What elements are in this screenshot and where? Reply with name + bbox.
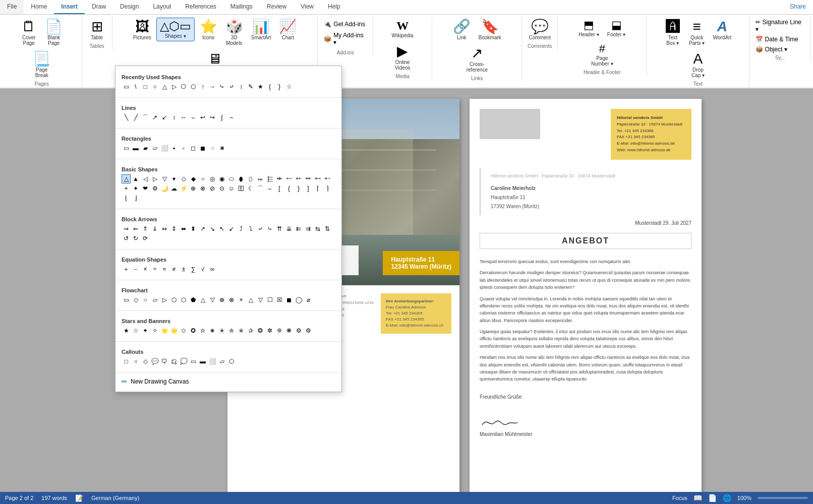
shape-item[interactable]: ☐ xyxy=(265,295,274,304)
shape-item[interactable]: ⬡ xyxy=(189,82,198,91)
shape-item[interactable]: 🗨 xyxy=(160,357,169,366)
shape-item[interactable]: ✪ xyxy=(189,326,198,335)
comment-button[interactable]: 💬 Comment xyxy=(526,18,554,42)
shape-item[interactable]: ○ xyxy=(141,295,150,304)
shape-item[interactable]: ▫ xyxy=(179,144,188,153)
shape-item[interactable]: ⬯ xyxy=(246,174,255,183)
smartart-button[interactable]: 📊 SmartArt xyxy=(248,18,274,42)
shape-item[interactable]: ⬮ xyxy=(237,174,246,183)
textbox-button[interactable]: 🅰 TextBox ▾ xyxy=(662,18,684,48)
shape-item[interactable]: ⌣ xyxy=(265,184,274,193)
shape-item[interactable]: 💬 xyxy=(150,357,159,366)
bookmark-button[interactable]: 🔖 Bookmark xyxy=(476,18,504,42)
shape-item[interactable]: ± xyxy=(179,265,188,274)
shape-item[interactable]: ⇒ xyxy=(122,224,131,233)
shape-item[interactable]: ⤶ xyxy=(256,224,265,233)
shape-item[interactable]: ⭐ xyxy=(160,326,169,335)
shape-item[interactable]: ＋ xyxy=(122,265,131,274)
shape-item[interactable]: － xyxy=(131,265,140,274)
shape-item[interactable]: □ xyxy=(141,82,150,91)
shape-item[interactable]: { xyxy=(284,184,294,193)
shape-item[interactable]: ◇ xyxy=(179,174,188,183)
my-addins-button[interactable]: 📦 My Add-ins ▾ xyxy=(322,31,369,47)
shape-item[interactable]: ⇓ xyxy=(150,224,159,233)
shape-item[interactable]: ▭ xyxy=(122,144,131,153)
shape-item[interactable]: ⬳ xyxy=(284,174,294,183)
print-layout-icon[interactable]: 📄 xyxy=(708,494,717,502)
shape-item[interactable]: ∞ xyxy=(208,265,217,274)
shape-item[interactable]: ▭ xyxy=(189,357,198,366)
shape-item[interactable]: □ xyxy=(122,357,131,366)
shape-item[interactable]: ⌒ xyxy=(141,113,150,122)
chart-button[interactable]: 📈 Chart xyxy=(276,18,300,42)
shape-item[interactable]: ↙ xyxy=(160,113,169,122)
shape-item[interactable]: ⬲ xyxy=(275,174,284,183)
shape-item[interactable]: ✦ xyxy=(141,326,150,335)
share-button[interactable]: Share xyxy=(783,0,813,14)
shape-item[interactable]: ⊗ xyxy=(227,295,236,304)
shape-item[interactable]: ✎ xyxy=(246,82,255,91)
shape-item[interactable]: 🌙 xyxy=(160,184,169,193)
shape-item[interactable]: ◆ xyxy=(189,174,198,183)
shape-item[interactable]: ⇈ xyxy=(275,224,284,233)
shape-item[interactable]: + xyxy=(122,184,131,193)
shape-item[interactable]: ✩ xyxy=(179,326,188,335)
shape-item[interactable]: 🗯 xyxy=(169,357,179,366)
zoom-slider[interactable] xyxy=(758,497,808,499)
shape-item[interactable]: ↑ xyxy=(198,82,207,91)
dropcap-button[interactable]: A DropCap ▾ xyxy=(687,50,709,80)
shape-item[interactable]: ▭ xyxy=(122,82,131,91)
shape-item[interactable]: ▽ xyxy=(160,174,169,183)
tab-draw[interactable]: Draw xyxy=(85,0,113,14)
shape-item[interactable]: ⬵ xyxy=(304,174,313,183)
shape-item[interactable]: ⤶ xyxy=(227,82,236,91)
shape-item[interactable]: ✼ xyxy=(265,326,274,335)
shape-item[interactable]: × xyxy=(237,295,246,304)
shape-item[interactable]: ◯ xyxy=(294,295,303,304)
shape-item[interactable]: ⌈ xyxy=(313,184,322,193)
wordart-button[interactable]: A WordArt xyxy=(710,18,735,42)
shape-item[interactable]: ↖ xyxy=(217,224,226,233)
shape-item[interactable]: ◇ xyxy=(131,295,140,304)
shape-item[interactable]: → xyxy=(208,82,217,91)
shape-item[interactable]: ⤴ xyxy=(237,224,246,233)
proofing-icon[interactable]: 📝 xyxy=(75,494,83,502)
shape-item[interactable]: ⇅ xyxy=(323,224,332,233)
shape-item[interactable]: ⚙ xyxy=(150,184,159,193)
shape-item[interactable]: ▲ xyxy=(131,174,140,183)
shape-item[interactable]: ✬ xyxy=(208,326,217,335)
shape-item[interactable]: ▬ xyxy=(131,144,140,153)
tab-file[interactable]: File xyxy=(0,0,24,14)
shape-item[interactable]: ↻ xyxy=(131,234,140,243)
shape-item[interactable]: ↩ xyxy=(198,113,207,122)
shape-item[interactable]: ⬟ xyxy=(189,295,198,304)
shape-item[interactable]: ⬠ xyxy=(169,295,179,304)
shape-item[interactable]: ⬶ xyxy=(313,174,322,183)
shape-item[interactable]: ✯ xyxy=(237,326,246,335)
shape-item[interactable]: ╲ xyxy=(122,113,131,122)
page-number-button[interactable]: # PageNumber ▾ xyxy=(588,41,616,69)
shape-item[interactable]: ⚙ xyxy=(294,326,303,335)
shape-item[interactable]: ▱ xyxy=(150,144,159,153)
shape-item[interactable]: ⬜ xyxy=(160,144,169,153)
shape-item[interactable]: ▪ xyxy=(169,144,179,153)
shape-item[interactable]: ↘ xyxy=(208,224,217,233)
shape-item[interactable]: } xyxy=(275,82,284,91)
shape-item[interactable]: ◉ xyxy=(217,174,226,183)
shape-item[interactable]: ↕ xyxy=(237,82,246,91)
shape-item[interactable]: ✰ xyxy=(246,326,255,335)
wikipedia-button[interactable]: W Wikipedia xyxy=(388,18,416,40)
tab-design[interactable]: Design xyxy=(113,0,146,14)
shape-item[interactable]: ≠ xyxy=(169,265,179,274)
link-button[interactable]: 🔗 Link xyxy=(450,18,474,42)
shape-item[interactable]: ⚿ xyxy=(237,184,246,193)
pictures-button[interactable]: 🖼 Pictures xyxy=(130,18,154,42)
shape-item[interactable]: ▷ xyxy=(160,295,169,304)
shape-item[interactable]: ◼ xyxy=(198,144,207,153)
shape-item[interactable]: ▱ xyxy=(217,357,226,366)
shape-item[interactable]: ↗ xyxy=(198,224,207,233)
shape-item[interactable]: ❊ xyxy=(275,326,284,335)
shape-item[interactable]: ⇆ xyxy=(313,224,322,233)
shape-item[interactable]: ✫ xyxy=(198,326,207,335)
shape-item[interactable]: ❋ xyxy=(284,326,294,335)
